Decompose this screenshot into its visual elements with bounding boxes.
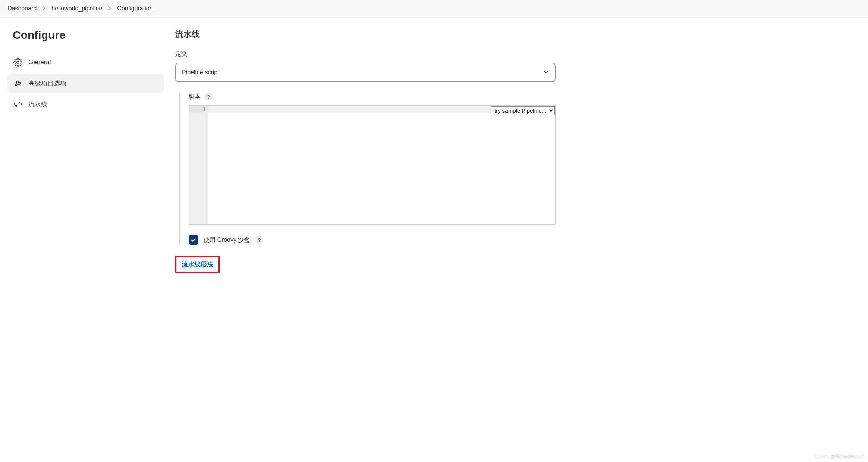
breadcrumb: Dashboard helloworld_pipeline Configurat… (0, 0, 868, 18)
groovy-sandbox-checkbox[interactable] (189, 235, 198, 245)
line-number: 1 (189, 106, 208, 112)
pipeline-icon (13, 100, 22, 109)
help-icon[interactable]: ? (255, 236, 263, 244)
sidebar-item-advanced[interactable]: 高级项目选项 (7, 74, 164, 93)
sidebar-item-label: 高级项目选项 (28, 79, 66, 88)
breadcrumb-project[interactable]: helloworld_pipeline (51, 5, 102, 12)
definition-label: 定义 (175, 50, 556, 58)
breadcrumb-dashboard[interactable]: Dashboard (7, 5, 37, 12)
section-heading: 流水线 (175, 29, 556, 40)
page-title: Configure (7, 29, 164, 41)
breadcrumb-configuration[interactable]: Configuration (117, 5, 152, 12)
chevron-down-icon (543, 69, 549, 76)
gear-icon (13, 58, 22, 67)
groovy-sandbox-label: 使用 Groovy 沙盒 (204, 236, 250, 244)
svg-point-0 (17, 61, 19, 63)
wrench-icon (13, 79, 22, 88)
definition-select-value: Pipeline script (182, 69, 219, 76)
sidebar-item-pipeline[interactable]: 流水线 (7, 94, 164, 114)
chevron-right-icon (43, 6, 45, 12)
sample-pipeline-select[interactable]: try sample Pipeline... (491, 106, 555, 115)
main-content: 流水线 定义 Pipeline script 脚本 ? 1 (175, 29, 556, 273)
sidebar-item-label: General (28, 59, 51, 66)
script-editor[interactable]: 1 try sample Pipeline... (189, 105, 556, 225)
help-icon[interactable]: ? (204, 93, 213, 101)
sidebar-item-general[interactable]: General (7, 53, 164, 72)
sidebar: Configure General 高级项目选项 (7, 29, 164, 273)
editor-gutter: 1 (189, 106, 208, 224)
script-label: 脚本 (189, 93, 201, 101)
chevron-right-icon (108, 6, 111, 12)
pipeline-syntax-link[interactable]: 流水线语法 (175, 256, 220, 273)
definition-select[interactable]: Pipeline script (175, 63, 556, 82)
sidebar-item-label: 流水线 (28, 100, 47, 109)
editor-code-area[interactable]: try sample Pipeline... (208, 106, 555, 224)
